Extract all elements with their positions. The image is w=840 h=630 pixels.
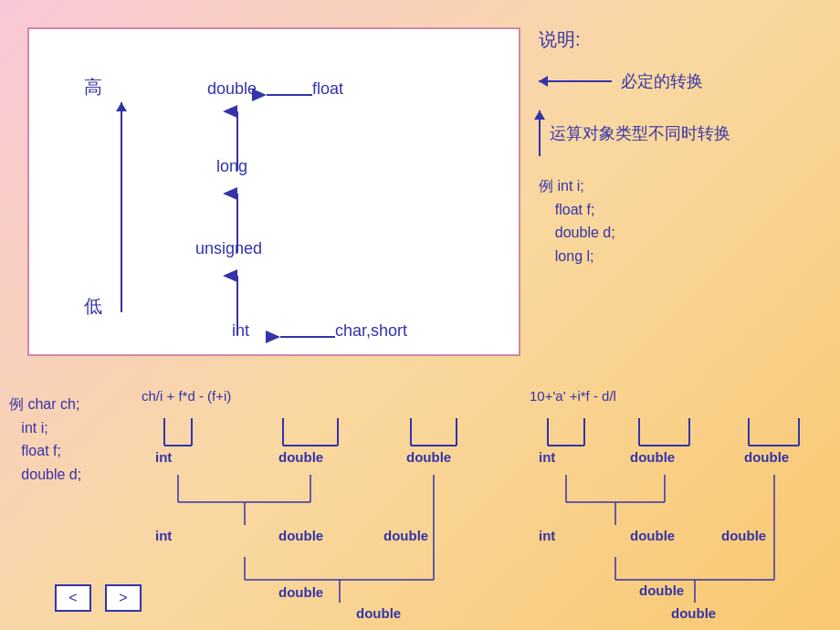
prev-button[interactable]: <	[55, 584, 91, 612]
right-tree: 10+'a' +i*f - d/l int double double int …	[530, 383, 840, 621]
right-r2-int: int	[539, 528, 555, 543]
bottom-section: 例 char ch; int i; float f; double d;	[0, 383, 840, 630]
left-r1-int: int	[155, 449, 172, 465]
explain-operand-text: 运算对象类型不同时转换	[550, 122, 730, 144]
right-r4-double: double	[671, 605, 716, 621]
node-long: long	[216, 157, 247, 176]
left-r1-double2: double	[406, 449, 451, 465]
right-r1-double1: double	[630, 449, 675, 465]
vert-arrow-icon	[539, 110, 541, 156]
left-tree: ch/i + f*d - (f+i) int double double int…	[137, 383, 520, 621]
right-r3-double: double	[639, 583, 684, 598]
explain-item-operand: 运算对象类型不同时转换	[539, 110, 831, 156]
explain-title: 说明:	[539, 27, 831, 52]
right-r2-double1: double	[630, 528, 675, 543]
left-r2-double2: double	[383, 528, 428, 543]
right-r1-int: int	[539, 449, 555, 465]
right-r1-double2: double	[744, 449, 789, 465]
node-int: int	[232, 321, 249, 341]
right-r2-double2: double	[721, 528, 766, 543]
explain-item-mandatory: 必定的转换	[539, 70, 831, 92]
explain-mandatory-text: 必定的转换	[621, 70, 703, 92]
right-tree-svg	[530, 383, 840, 621]
type-hierarchy-box: 高 低 double float long unsigned int char,…	[27, 27, 520, 356]
left-r2-double1: double	[278, 528, 323, 543]
left-expr: ch/i + f*d - (f+i)	[142, 388, 231, 404]
left-r2-int: int	[155, 528, 172, 543]
left-tree-svg	[137, 383, 520, 621]
node-unsigned: unsigned	[195, 239, 262, 258]
explanation-panel: 说明: 必定的转换 运算对象类型不同时转换 例 int i; float f; …	[539, 27, 831, 268]
right-expr: 10+'a' +i*f - d/l	[530, 388, 616, 404]
next-button[interactable]: >	[105, 584, 142, 612]
left-r1-double1: double	[278, 449, 323, 465]
node-char-short: char,short	[335, 321, 407, 341]
hierarchy-arrows	[29, 29, 522, 358]
left-declaration: 例 char ch; int i; float f; double d;	[9, 393, 81, 486]
left-r3-double: double	[278, 584, 323, 600]
code-example: 例 int i; float f; double d; long l;	[539, 174, 831, 268]
left-r4-double: double	[356, 605, 401, 621]
node-double: double	[207, 79, 257, 99]
node-float: float	[312, 79, 343, 99]
horiz-arrow-icon	[539, 80, 612, 82]
